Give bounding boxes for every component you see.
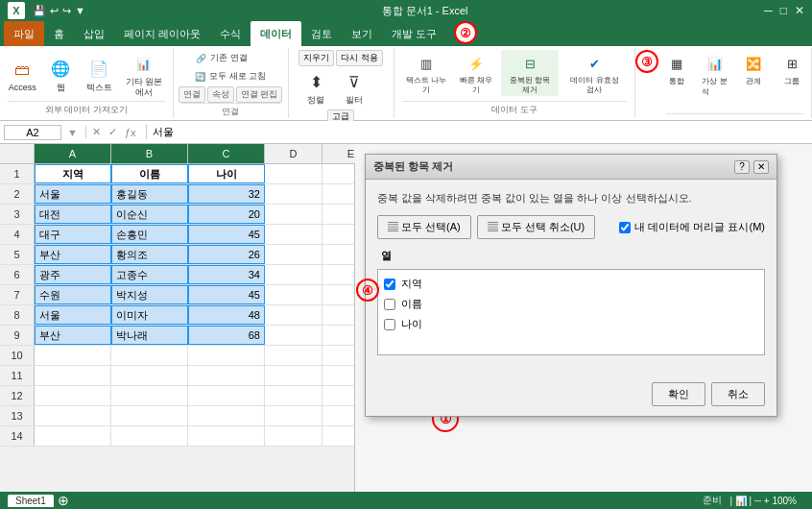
cell-b6[interactable]: 고종수 — [111, 265, 188, 284]
col-header-d[interactable]: D — [265, 144, 322, 163]
cell-c1[interactable]: 나이 — [188, 164, 265, 183]
cell-e12[interactable] — [322, 386, 354, 405]
cell-b11[interactable] — [111, 366, 188, 385]
cell-b1[interactable]: 이름 — [111, 164, 188, 183]
cell-d1[interactable] — [265, 164, 322, 183]
cell-c6[interactable]: 34 — [188, 265, 265, 284]
name-box[interactable] — [4, 125, 61, 140]
cell-b4[interactable]: 손흥민 — [111, 225, 188, 244]
btn-reapply[interactable]: 다시 적용 — [336, 50, 383, 66]
dialog-help-btn[interactable]: ? — [734, 160, 750, 174]
btn-remove-duplicates[interactable]: ⊟ 중복된 항목 제거 — [501, 50, 559, 96]
confirm-icon[interactable]: ✓ — [108, 126, 117, 138]
quick-save-icon[interactable]: 💾 — [33, 5, 46, 17]
btn-data-validation[interactable]: ✔ 데이터 유효성 검사 — [562, 50, 627, 96]
btn-conn[interactable]: 연결 — [179, 86, 205, 103]
cell-d4[interactable] — [265, 225, 322, 244]
cell-e4[interactable] — [322, 225, 354, 244]
tab-insert[interactable]: 삽입 — [74, 21, 114, 46]
cell-e11[interactable] — [322, 366, 354, 385]
function-icon[interactable]: ƒx — [125, 127, 136, 138]
btn-text-split[interactable]: ▥ 텍스트 나누기 — [402, 50, 451, 96]
col-header-a[interactable]: A — [35, 144, 111, 163]
cell-e5[interactable] — [322, 245, 354, 264]
cell-c3[interactable]: 20 — [188, 205, 265, 224]
cell-d14[interactable] — [265, 426, 322, 446]
col-header-b[interactable]: B — [111, 144, 188, 163]
cell-a3[interactable]: 대전 — [35, 205, 111, 224]
cell-c7[interactable]: 45 — [188, 285, 265, 304]
tab-developer[interactable]: 개발 도구 — [382, 21, 446, 46]
cell-a9[interactable]: 부산 — [35, 326, 111, 345]
cell-e6[interactable] — [322, 265, 354, 284]
btn-text[interactable]: 📄 텍스트 — [82, 56, 116, 96]
btn-other-sources[interactable]: 📊 기타 원본에서 — [120, 51, 167, 100]
btn-group[interactable]: ⊞ 그룹 — [775, 50, 809, 99]
cell-e8[interactable] — [322, 305, 354, 325]
cell-c11[interactable] — [188, 366, 265, 385]
btn-whatif[interactable]: 📊 가상 분석 — [698, 50, 732, 99]
btn-access[interactable]: 🗃 Access — [5, 57, 39, 94]
cell-a2[interactable]: 서울 — [35, 184, 111, 204]
tab-home[interactable]: 홈 — [44, 21, 74, 46]
cell-b2[interactable]: 홍길동 — [111, 184, 188, 204]
quick-undo-icon[interactable]: ↩ — [50, 5, 59, 17]
cell-b10[interactable] — [111, 346, 188, 365]
cell-c14[interactable] — [188, 426, 265, 446]
cell-a12[interactable] — [35, 386, 111, 405]
cell-d12[interactable] — [265, 386, 322, 405]
cell-a10[interactable] — [35, 346, 111, 365]
cell-e10[interactable] — [322, 346, 354, 365]
tab-pagelayout[interactable]: 페이지 레이아웃 — [114, 21, 210, 46]
ok-button[interactable]: 확인 — [652, 382, 705, 406]
cell-b13[interactable] — [111, 406, 188, 425]
cell-e1[interactable] — [322, 164, 354, 183]
btn-refresh-all[interactable]: 🔄 모두 새로 고침 — [191, 68, 270, 85]
select-all-btn[interactable]: ▤ 모두 선택(A) — [377, 215, 471, 239]
maximize-btn[interactable]: □ — [780, 4, 787, 17]
cell-a14[interactable] — [35, 426, 111, 446]
cell-e3[interactable] — [322, 205, 354, 224]
cell-d2[interactable] — [265, 184, 322, 204]
btn-props[interactable]: 속성 — [207, 86, 234, 103]
cell-e2[interactable] — [322, 184, 354, 204]
checkbox-age[interactable] — [384, 319, 395, 330]
tab-review[interactable]: 검토 — [301, 21, 342, 46]
cell-d5[interactable] — [265, 245, 322, 264]
cell-c4[interactable]: 45 — [188, 225, 265, 244]
cell-c8[interactable]: 48 — [188, 305, 265, 325]
cell-c10[interactable] — [188, 346, 265, 365]
btn-filter[interactable]: ⊽ 필터 — [337, 68, 371, 109]
cell-d6[interactable] — [265, 265, 322, 284]
cell-d13[interactable] — [265, 406, 322, 425]
cell-b14[interactable] — [111, 426, 188, 446]
cell-a11[interactable] — [35, 366, 111, 385]
cell-d3[interactable] — [265, 205, 322, 224]
close-btn[interactable]: ✕ — [795, 4, 804, 17]
btn-relationship[interactable]: 🔀 관계 — [736, 50, 771, 99]
cell-a13[interactable] — [35, 406, 111, 425]
tab-formula[interactable]: 수식 — [210, 21, 251, 46]
cell-e9[interactable] — [322, 326, 354, 345]
btn-web[interactable]: 🌐 웹 — [43, 56, 78, 96]
cell-a4[interactable]: 대구 — [35, 225, 111, 244]
btn-existing-conn[interactable]: 🔗 기존 연결 — [192, 50, 269, 66]
cell-d8[interactable] — [265, 305, 322, 325]
sheet-add-btn[interactable]: ⊕ — [58, 493, 69, 508]
cell-d9[interactable] — [265, 326, 322, 345]
dialog-close-btn[interactable]: ✕ — [753, 160, 769, 174]
cell-a5[interactable]: 부산 — [35, 245, 111, 264]
cell-e13[interactable] — [322, 406, 354, 425]
cell-c2[interactable]: 32 — [188, 184, 265, 204]
btn-flash-fill[interactable]: ⚡ 빠른 채우기 — [455, 50, 497, 96]
cell-d7[interactable] — [265, 285, 322, 304]
btn-clear[interactable]: 지우기 — [299, 50, 334, 66]
cell-b8[interactable]: 이미자 — [111, 305, 188, 325]
sheet-tab[interactable]: Sheet1 — [8, 495, 54, 507]
checkbox-name[interactable] — [384, 299, 395, 310]
cell-b5[interactable]: 황의조 — [111, 245, 188, 264]
cell-a8[interactable]: 서울 — [35, 305, 111, 325]
btn-sort[interactable]: ⬍ 정렬 — [299, 68, 333, 109]
tab-data[interactable]: 데이터 — [251, 21, 301, 46]
btn-edit-conn[interactable]: 연결 편집 — [236, 86, 283, 103]
